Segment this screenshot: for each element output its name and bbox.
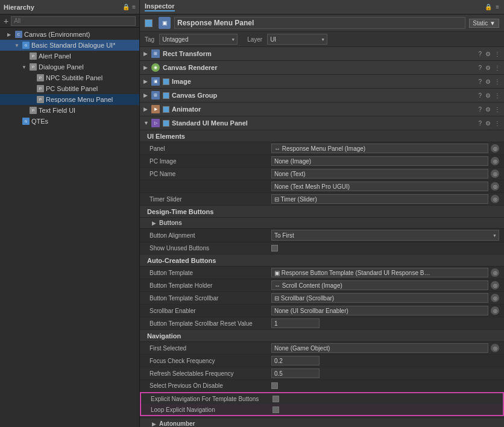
cg-menu-icon[interactable]: ⋮: [494, 92, 500, 99]
tree-item-dialogue-panel[interactable]: ▼ P Dialogue Panel: [0, 62, 139, 72]
pc-name-tm-ref-circle[interactable]: ◎: [491, 182, 499, 191]
hierarchy-menu-icon[interactable]: ≡: [132, 4, 136, 10]
hierarchy-search-input[interactable]: [11, 16, 136, 26]
cg-settings-icon[interactable]: ⚙: [485, 92, 491, 99]
btn-template-scrollbar-ref-circle[interactable]: ◎: [491, 294, 499, 302]
cg-help-icon[interactable]: ?: [478, 92, 482, 99]
img-settings-icon[interactable]: ⚙: [485, 78, 491, 85]
first-selected-ref-circle[interactable]: ◎: [491, 344, 499, 352]
suimp-settings-icon[interactable]: ⚙: [485, 120, 491, 127]
layer-select[interactable]: UI: [267, 34, 327, 45]
pc-name-tm-ref-box[interactable]: None (Text Mesh Pro UGUI): [271, 182, 488, 191]
inspector-tab[interactable]: Inspector: [145, 2, 175, 11]
image-active-checkbox[interactable]: [163, 78, 169, 85]
image-comp-icon: ▣: [151, 77, 160, 86]
static-dropdown[interactable]: Static ▼: [469, 19, 499, 28]
refresh-selectables-input[interactable]: [271, 368, 320, 378]
scrollbar-enabler-ref-box[interactable]: None (UI Scrollbar Enabler): [271, 306, 488, 315]
anim-menu-icon[interactable]: ⋮: [494, 106, 500, 113]
field-label-explicit-nav-template: Explicit Navigation For Template Buttons: [146, 396, 272, 402]
inspector-lock-icon[interactable]: 🔒: [485, 4, 492, 10]
btn-template-holder-ref-box[interactable]: ↔ Scroll Content (Image): [271, 280, 488, 290]
tree-item-response-menu[interactable]: P Response Menu Panel: [0, 94, 139, 105]
anim-help-icon[interactable]: ?: [478, 106, 482, 113]
hierarchy-add-icon[interactable]: +: [4, 16, 8, 26]
component-rect-transform[interactable]: ▶ ⊞ Rect Transform ? ⚙ ⋮: [140, 47, 504, 61]
img-menu-icon[interactable]: ⋮: [494, 78, 500, 85]
field-pc-image: PC Image None (Image) ◎: [140, 155, 504, 168]
inspector-menu-icon[interactable]: ≡: [496, 4, 499, 10]
layer-dropdown-wrapper: UI: [267, 34, 327, 45]
suimp-help-icon[interactable]: ?: [478, 120, 482, 127]
field-label-pc-image: PC Image: [145, 158, 271, 165]
component-canvas-renderer[interactable]: ▶ ◉ Canvas Renderer ? ⚙ ⋮: [140, 61, 504, 75]
field-value-explicit-nav-template: [272, 396, 498, 402]
tree-arrow-basic-std: ▼: [14, 43, 22, 48]
field-label-first-selected: First Selected: [145, 345, 271, 352]
component-canvas-group[interactable]: ▶ ⊞ Canvas Group ? ⚙ ⋮: [140, 89, 504, 103]
btn-template-scrollbar-ref-box[interactable]: ⊟ Scrollbar (Scrollbar): [271, 293, 488, 303]
scrollbar-enabler-ref-circle[interactable]: ◎: [491, 306, 499, 315]
tree-item-alert-panel[interactable]: P Alert Panel: [0, 51, 139, 62]
tree-item-text-field[interactable]: P Text Field UI: [0, 105, 139, 116]
panel-ref-circle[interactable]: ◎: [491, 144, 499, 153]
rect-help-icon[interactable]: ?: [478, 51, 482, 57]
tree-label-alert: Alert Panel: [39, 52, 71, 60]
first-selected-ref-box[interactable]: None (Game Object): [271, 343, 488, 353]
btn-template-ref-box[interactable]: ▣ Response Button Template (Standard UI …: [271, 268, 488, 277]
tree-item-canvas-env[interactable]: ▶ C Canvas (Environment): [0, 29, 139, 40]
loop-explicit-nav-checkbox[interactable]: [272, 406, 279, 413]
pc-name-ref-box[interactable]: None (Text): [271, 169, 488, 179]
tree-item-qtes[interactable]: G QTEs: [0, 116, 139, 127]
suimp-active-checkbox[interactable]: [163, 120, 169, 127]
reset-value-input[interactable]: [271, 318, 320, 328]
tree-label-text-field: Text Field UI: [39, 107, 75, 114]
field-value-btn-template: ▣ Response Button Template (Standard UI …: [271, 268, 499, 277]
hierarchy-tree: ▶ C Canvas (Environment) ▼ G Basic Stand…: [0, 28, 139, 427]
component-standard-ui-menu[interactable]: ▼ ▷ Standard UI Menu Panel ? ⚙ ⋮: [140, 116, 504, 130]
pc-name-ref-circle[interactable]: ◎: [491, 169, 499, 178]
field-label-btn-align: Button Alignment: [145, 232, 271, 239]
tree-item-pc-subtitle[interactable]: P PC Subtitle Panel: [0, 83, 139, 94]
rect-settings-icon[interactable]: ⚙: [485, 51, 491, 57]
pc-image-ref-circle[interactable]: ◎: [491, 157, 499, 165]
tree-item-npc-subtitle[interactable]: P NPC Subtitle Panel: [0, 72, 139, 83]
tree-item-basic-std[interactable]: ▼ G Basic Standard Dialogue UI*: [0, 40, 139, 51]
cr-help-icon[interactable]: ?: [478, 65, 482, 71]
field-label-reset-value: Button Template Scrollbar Reset Value: [145, 320, 271, 327]
rect-menu-icon[interactable]: ⋮: [494, 51, 500, 57]
explicit-nav-template-checkbox[interactable]: [272, 396, 279, 402]
field-label-scrollbar-enabler: Scrollbar Enabler: [145, 308, 271, 314]
buttons-subsection-header[interactable]: ▶ Buttons: [140, 218, 504, 229]
autonumber-subsection[interactable]: ▶ Autonumber: [140, 419, 504, 427]
field-label-btn-template-scrollbar: Button Template Scrollbar: [145, 295, 271, 302]
anim-active-checkbox[interactable]: [163, 106, 169, 113]
tag-select[interactable]: Untagged: [159, 34, 238, 45]
select-prev-checkbox[interactable]: [271, 382, 278, 389]
show-unused-checkbox[interactable]: [271, 245, 278, 251]
btn-template-ref-circle[interactable]: ◎: [491, 268, 499, 277]
canvas-renderer-icon: ◉: [151, 63, 160, 72]
cg-active-checkbox[interactable]: [163, 92, 169, 99]
img-help-icon[interactable]: ?: [478, 78, 482, 85]
component-animator[interactable]: ▶ ▶ Animator ? ⚙ ⋮: [140, 103, 504, 116]
component-image[interactable]: ▶ ▣ Image ? ⚙ ⋮: [140, 75, 504, 89]
cr-settings-icon[interactable]: ⚙: [485, 65, 491, 71]
object-name-input[interactable]: [174, 17, 465, 29]
suimp-menu-icon[interactable]: ⋮: [494, 120, 500, 127]
pc-image-ref-box[interactable]: None (Image): [271, 156, 488, 166]
btn-template-holder-ref-circle[interactable]: ◎: [491, 281, 499, 289]
focus-check-freq-input[interactable]: [271, 356, 320, 365]
field-first-selected: First Selected None (Game Object) ◎: [140, 342, 504, 355]
timer-slider-ref-circle[interactable]: ◎: [491, 195, 499, 203]
object-active-checkbox[interactable]: [145, 19, 153, 27]
anim-settings-icon[interactable]: ⚙: [485, 106, 491, 113]
tree-icon-pc-sub: P: [36, 84, 45, 93]
scrollbar-enabler-ref-text: None (UI Scrollbar Enabler): [274, 308, 348, 314]
btn-align-select[interactable]: To First: [271, 230, 499, 241]
timer-slider-ref-box[interactable]: ⊟ Timer (Slider): [271, 194, 488, 204]
panel-ref-box[interactable]: ↔ Response Menu Panel (Image): [271, 144, 488, 153]
cr-menu-icon[interactable]: ⋮: [494, 65, 500, 71]
ui-elements-title: UI Elements: [145, 133, 185, 140]
hierarchy-lock-icon[interactable]: 🔒: [122, 4, 130, 10]
